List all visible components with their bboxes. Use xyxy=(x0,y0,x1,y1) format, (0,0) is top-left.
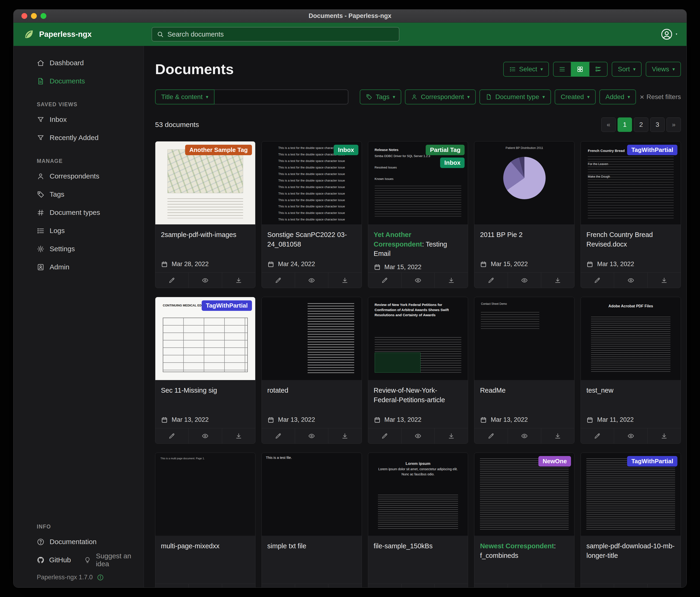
document-title[interactable]: rotated xyxy=(267,386,356,395)
edit-document-button[interactable] xyxy=(262,428,295,444)
download-document-button[interactable] xyxy=(647,428,681,444)
document-card[interactable]: Release Notes Simba ODBC Driver for SQL … xyxy=(368,141,468,288)
edit-document-button[interactable] xyxy=(368,428,401,444)
sidebar-item-logs[interactable]: Logs xyxy=(14,222,144,240)
tag-badge[interactable]: Partial Tag xyxy=(426,145,465,155)
download-document-button[interactable] xyxy=(222,584,255,588)
edit-document-button[interactable] xyxy=(474,428,507,444)
edit-document-button[interactable] xyxy=(155,584,189,588)
edit-document-button[interactable] xyxy=(368,584,401,588)
tag-badge[interactable]: TagWithPartial xyxy=(627,456,677,467)
edit-document-button[interactable] xyxy=(581,428,614,444)
document-card[interactable]: NewOne Newest Correspondentf_combineds xyxy=(474,453,574,588)
document-card[interactable]: Lorem ipsum Lorem ipsum dolor sit amet, … xyxy=(368,453,468,588)
window-close-button[interactable] xyxy=(21,13,27,19)
download-document-button[interactable] xyxy=(434,584,468,588)
document-card[interactable]: Another Sample Tag 2sample-pdf-with-imag… xyxy=(155,141,255,288)
global-search[interactable] xyxy=(152,27,399,42)
tag-badge[interactable]: TagWithPartial xyxy=(627,145,677,155)
download-document-button[interactable] xyxy=(328,272,361,288)
window-minimize-button[interactable] xyxy=(31,13,37,19)
document-thumbnail[interactable] xyxy=(262,297,361,380)
select-button[interactable]: Select xyxy=(503,62,549,77)
document-title[interactable]: Sonstige ScanPC2022 03-24_081058 xyxy=(267,230,356,249)
document-thumbnail[interactable]: This is a test file. xyxy=(262,453,361,536)
pagination-page-3-button[interactable]: 3 xyxy=(650,117,665,132)
document-card[interactable]: Contact Sheet Demo ReadMe Mar 13, 2022 xyxy=(474,297,574,444)
filter-tags-button[interactable]: Tags xyxy=(360,90,401,104)
document-title[interactable]: Sec 11-Missing sig xyxy=(161,386,250,395)
view-document-button[interactable] xyxy=(295,272,328,288)
document-title[interactable]: multi-page-mixedxx xyxy=(161,541,250,551)
document-title[interactable]: Yet Another CorrespondentTesting Email xyxy=(374,230,462,258)
document-thumbnail[interactable]: Another Sample Tag xyxy=(155,141,255,224)
view-grid-button[interactable] xyxy=(571,62,590,77)
document-thumbnail[interactable]: Adobe Acrobat PDF Files xyxy=(581,297,681,380)
reset-filters-button[interactable]: Reset filters xyxy=(640,93,681,101)
filter-text-input[interactable] xyxy=(215,90,348,104)
download-document-button[interactable] xyxy=(541,584,574,588)
view-document-button[interactable] xyxy=(508,584,541,588)
view-document-button[interactable] xyxy=(189,428,222,444)
user-menu[interactable] xyxy=(660,28,677,41)
view-document-button[interactable] xyxy=(189,272,222,288)
sidebar-item-tags[interactable]: Tags xyxy=(14,185,144,204)
app-brand[interactable]: Paperless-ngx xyxy=(23,28,92,40)
document-card[interactable]: This is a multi page document. Page 1. m… xyxy=(155,453,255,588)
document-card[interactable]: French Country Bread For the Leaven Make… xyxy=(580,141,681,288)
view-document-button[interactable] xyxy=(614,272,647,288)
document-thumbnail[interactable]: This is a multi page document. Page 1. xyxy=(155,453,255,536)
pagination-next-button[interactable]: » xyxy=(667,117,681,132)
tag-badge[interactable]: NewOne xyxy=(539,456,571,467)
filter-document-type-button[interactable]: Document type xyxy=(479,90,551,104)
document-card[interactable]: CONTINUING MEDICAL EDUCATION TagWithPart… xyxy=(155,297,255,444)
sidebar-item-github[interactable]: GitHub xyxy=(37,556,71,564)
document-title[interactable]: 2011 BP Pie 2 xyxy=(480,230,569,240)
document-thumbnail[interactable]: Review of New York Federal Petitions for… xyxy=(368,297,468,380)
view-document-button[interactable] xyxy=(401,272,434,288)
document-title[interactable]: ReadMe xyxy=(480,386,569,395)
sort-button[interactable]: Sort xyxy=(612,62,642,77)
edit-document-button[interactable] xyxy=(581,272,614,288)
document-card[interactable]: This is a test file. simple txt file xyxy=(261,453,362,588)
edit-document-button[interactable] xyxy=(474,584,507,588)
tag-badge[interactable]: Inbox xyxy=(334,145,358,155)
view-document-button[interactable] xyxy=(508,428,541,444)
document-card[interactable]: This is a test for the double space char… xyxy=(261,141,362,288)
document-card[interactable]: Patient BP Distribution 2011 2011 BP Pie… xyxy=(474,141,574,288)
view-document-button[interactable] xyxy=(401,428,434,444)
download-document-button[interactable] xyxy=(541,428,574,444)
pagination-page-1-button[interactable]: 1 xyxy=(618,117,632,132)
edit-document-button[interactable] xyxy=(474,272,507,288)
document-card[interactable]: Review of New York Federal Petitions for… xyxy=(368,297,468,444)
download-document-button[interactable] xyxy=(647,584,681,588)
download-document-button[interactable] xyxy=(434,272,468,288)
download-document-button[interactable] xyxy=(328,584,361,588)
view-document-button[interactable] xyxy=(508,272,541,288)
view-document-button[interactable] xyxy=(614,428,647,444)
download-document-button[interactable] xyxy=(222,272,255,288)
info-circle-icon[interactable] xyxy=(97,574,104,581)
edit-document-button[interactable] xyxy=(368,272,401,288)
document-title[interactable]: Review-of-New-York-Federal-Petitions-art… xyxy=(374,386,462,405)
title-content-dropdown-button[interactable]: Title & content xyxy=(155,90,215,104)
filter-added-button[interactable]: Added xyxy=(599,90,636,104)
document-thumbnail[interactable]: This is a test for the double space char… xyxy=(262,141,361,224)
sidebar-item-correspondents[interactable]: Correspondents xyxy=(14,167,144,185)
edit-document-button[interactable] xyxy=(155,428,189,444)
sidebar-item-document-types[interactable]: Document types xyxy=(14,204,144,222)
filter-correspondent-button[interactable]: Correspondent xyxy=(405,90,476,104)
document-correspondent[interactable]: Newest Correspondent xyxy=(480,542,556,550)
document-title[interactable]: simple txt file xyxy=(267,541,356,551)
sidebar-item-inbox[interactable]: Inbox xyxy=(14,111,144,128)
document-title[interactable]: French Country Bread Revised.docx xyxy=(586,230,675,249)
document-thumbnail[interactable]: Patient BP Distribution 2011 xyxy=(474,141,574,224)
document-card[interactable]: rotated Mar 13, 2022 xyxy=(261,297,362,444)
document-thumbnail[interactable]: Contact Sheet Demo xyxy=(474,297,574,380)
view-document-button[interactable] xyxy=(295,428,328,444)
document-thumbnail[interactable]: NewOne xyxy=(474,453,574,536)
view-list-button[interactable] xyxy=(553,62,571,77)
document-card[interactable]: Adobe Acrobat PDF Files test_new Mar 11,… xyxy=(580,297,681,444)
sidebar-item-settings[interactable]: Settings xyxy=(14,240,144,258)
pagination-prev-button[interactable]: « xyxy=(601,117,616,132)
